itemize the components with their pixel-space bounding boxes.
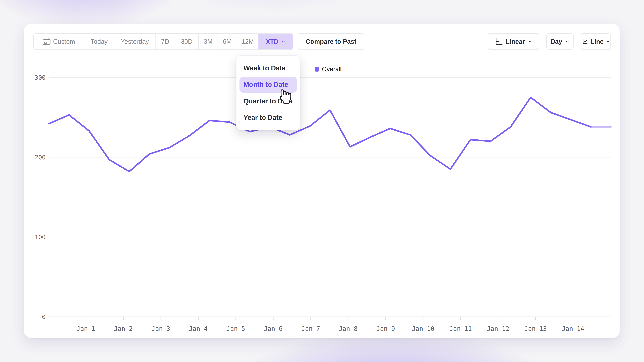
chevron-down-icon: [281, 39, 286, 44]
legend-label: Overall: [322, 66, 342, 73]
legend[interactable]: Overall: [314, 66, 342, 73]
range-button-30d[interactable]: 30D: [174, 34, 198, 49]
control-label: Day: [550, 38, 562, 45]
linear-select-button[interactable]: Linear: [488, 33, 539, 50]
range-button-label: 30D: [181, 38, 192, 45]
range-button-12m[interactable]: 12M: [237, 34, 258, 49]
dropdown-item-week-to-date[interactable]: Week to Date: [240, 60, 297, 76]
range-button-yesterday[interactable]: Yesterday: [114, 34, 156, 49]
control-label: Linear: [506, 38, 525, 45]
range-button-label: Today: [90, 38, 108, 45]
range-button-label: 7D: [161, 38, 170, 45]
dropdown-item-year-to-date[interactable]: Year to Date: [240, 110, 297, 126]
dropdown-item-label: Week to Date: [244, 64, 286, 72]
hand-cursor-icon: [277, 88, 292, 105]
compare-to-past-button[interactable]: Compare to Past: [298, 33, 364, 50]
dropdown-item-label: Year to Date: [244, 114, 282, 121]
range-button-label: 12M: [242, 38, 254, 45]
range-button-label: 3M: [204, 38, 213, 45]
chevron-down-icon: [528, 39, 532, 44]
chevron-down-icon: [565, 39, 570, 44]
range-button-3m[interactable]: 3M: [198, 34, 218, 49]
legend-swatch-overall: [314, 67, 319, 71]
line-select-button[interactable]: Line: [581, 33, 611, 50]
range-button-label: 6M: [223, 38, 232, 45]
chevron-down-icon: [606, 39, 610, 44]
range-button-today[interactable]: Today: [84, 34, 114, 49]
range-button-6m[interactable]: 6M: [218, 34, 237, 49]
calendar-icon: [43, 38, 50, 45]
control-label: Line: [590, 38, 604, 45]
time-range-segmented-control: CustomTodayYesterday7D30D3M6M12MXTD: [33, 33, 293, 50]
range-button-xtd[interactable]: XTD: [258, 34, 293, 49]
day-select-button[interactable]: Day: [546, 33, 574, 50]
range-button-label: Yesterday: [121, 38, 149, 45]
range-button-label: Custom: [53, 38, 75, 45]
range-button-7d[interactable]: 7D: [156, 34, 174, 49]
dropdown-item-label: Month to Date: [244, 81, 288, 88]
range-button-label: XTD: [266, 38, 278, 45]
line-chart-icon: [582, 37, 588, 45]
range-button-custom[interactable]: Custom: [34, 34, 84, 49]
axis-linear-icon: [494, 37, 502, 45]
